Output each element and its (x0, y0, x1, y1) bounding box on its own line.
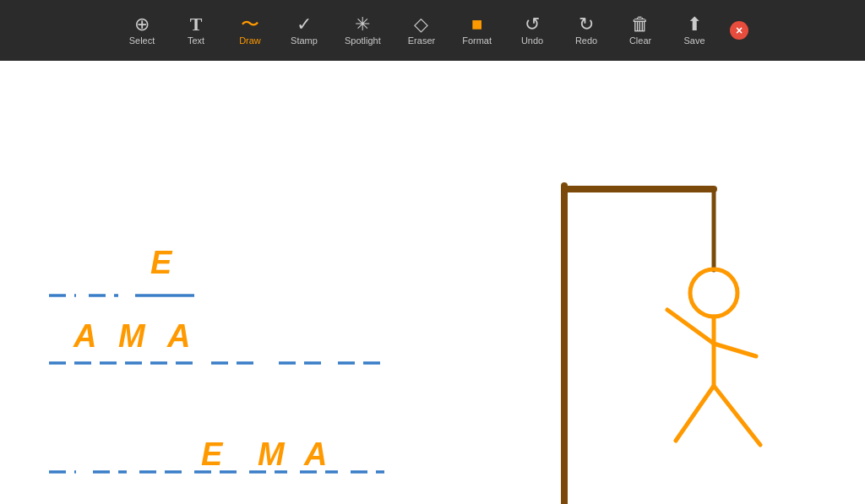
svg-line-21 (714, 344, 756, 356)
tool-undo[interactable]: ↺ Undo (507, 12, 558, 49)
svg-line-22 (676, 386, 714, 441)
tool-text[interactable]: T Text (171, 12, 221, 49)
text-icon: T (190, 15, 203, 34)
format-icon: ■ (471, 15, 482, 34)
letter-E2: E (201, 436, 222, 473)
stamp-label: Stamp (291, 35, 318, 46)
draw-icon: 〜 (241, 15, 259, 34)
draw-label: Draw (239, 35, 261, 46)
undo-icon: ↺ (525, 15, 540, 34)
svg-point-18 (690, 269, 737, 317)
spotlight-icon: ✳ (355, 15, 370, 34)
canvas-area[interactable]: E A M A E M A (0, 61, 865, 504)
select-label: Select (129, 35, 155, 46)
close-button[interactable]: × (730, 21, 748, 40)
stamp-icon: ✓ (296, 15, 312, 34)
svg-line-23 (714, 386, 760, 445)
close-icon: × (736, 24, 743, 37)
select-icon: ⊕ (134, 15, 150, 34)
tool-format[interactable]: ■ Format (450, 12, 503, 49)
eraser-icon: ◇ (414, 15, 428, 34)
redo-label: Redo (575, 35, 597, 46)
save-icon: ⬆ (687, 15, 702, 34)
format-label: Format (462, 35, 492, 46)
letter-A2: A (167, 318, 190, 355)
save-label: Save (683, 35, 705, 46)
letter-M2: M (258, 436, 285, 473)
tool-select[interactable]: ⊕ Select (117, 12, 167, 49)
tool-draw[interactable]: 〜 Draw (225, 12, 275, 49)
letter-A3: A (304, 436, 327, 473)
letter-A1: A (73, 318, 96, 355)
tool-stamp[interactable]: ✓ Stamp (279, 12, 329, 49)
letter-M1: M (118, 318, 145, 355)
letter-E1: E (150, 245, 171, 281)
eraser-label: Eraser (408, 35, 435, 46)
tool-clear[interactable]: 🗑 Clear (615, 12, 666, 49)
tool-redo[interactable]: ↻ Redo (561, 12, 612, 49)
drawing-canvas (0, 61, 865, 504)
tool-spotlight[interactable]: ✳ Spotlight (333, 12, 393, 49)
clear-label: Clear (629, 35, 651, 46)
toolbar: ⊕ Select T Text 〜 Draw ✓ Stamp ✳ Spotlig… (0, 0, 865, 61)
redo-icon: ↻ (579, 15, 594, 34)
tool-save[interactable]: ⬆ Save (669, 12, 720, 49)
clear-icon: 🗑 (631, 15, 650, 34)
text-label: Text (188, 35, 204, 46)
undo-label: Undo (521, 35, 543, 46)
spotlight-label: Spotlight (345, 35, 381, 46)
tool-eraser[interactable]: ◇ Eraser (396, 12, 447, 49)
